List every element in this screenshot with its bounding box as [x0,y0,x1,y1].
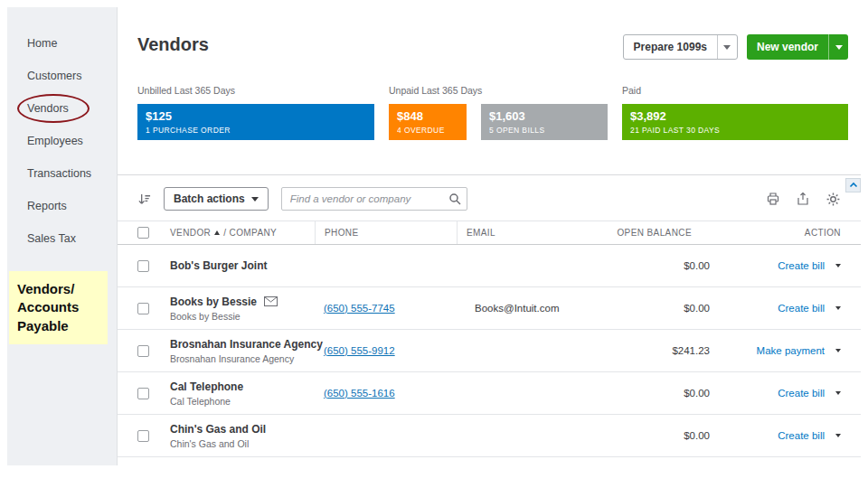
column-header-phone: PHONE [315,221,466,244]
vendor-name: Chin's Gas and Oil [170,423,266,436]
row-checkbox[interactable] [137,303,149,314]
action-dropdown-caret-icon[interactable] [835,264,841,267]
money-group-paid: Paid $3,892 21 PAID LAST 30 DAYS [622,85,848,140]
money-card-purchase-orders[interactable]: $125 1 PURCHASE ORDER [137,104,374,140]
sidebar-item-home[interactable]: Home [7,27,117,60]
money-group-unpaid: Unpaid Last 365 Days $848 4 OVERDUE $1,6… [389,85,608,140]
vendor-table-card: Batch actions [118,174,861,457]
table-row[interactable]: Brosnahan Insurance Agency Brosnahan Ins… [118,330,861,372]
envelope-icon[interactable] [264,296,278,306]
money-group-unbilled: Unbilled Last 365 Days $125 1 PURCHASE O… [137,85,374,140]
search-input[interactable] [281,187,467,211]
open-balance: $0.00 [619,303,710,314]
main-content: Vendors Prepare 1099s New vendor Unbille… [118,7,861,465]
prepare-1099s-button[interactable]: Prepare 1099s [623,34,738,60]
table-row[interactable]: Cal Telephone Cal Telephone (650) 555-16… [118,372,861,415]
action-dropdown-caret-icon[interactable] [835,306,841,310]
row-checkbox[interactable] [137,345,149,357]
phone-link[interactable]: (650) 555-7745 [324,303,395,314]
create-bill-link[interactable]: Create bill [778,388,825,399]
table-row[interactable]: Chin's Gas and Oil Chin's Gas and Oil $0… [118,415,861,457]
money-label-paid: Paid [622,85,848,96]
action-dropdown-caret-icon[interactable] [835,434,841,437]
action-dropdown-caret-icon[interactable] [835,349,841,352]
table-row[interactable]: Bob's Burger Joint $0.00 Create bill [118,245,861,287]
vendor-name: Books by Bessie [170,296,257,308]
vendor-company: Books by Bessie [170,311,241,322]
vendor-search [281,187,467,211]
collapse-money-bar-button[interactable] [845,178,861,192]
new-vendor-dropdown-caret-icon[interactable] [828,34,848,60]
sidebar: Home Customers Vendors Employees Transac… [7,7,118,465]
money-card-overdue[interactable]: $848 4 OVERDUE [389,104,467,140]
money-label-unpaid: Unpaid Last 365 Days [389,85,608,96]
money-bar: Unbilled Last 365 Days $125 1 PURCHASE O… [118,80,861,140]
create-bill-link[interactable]: Create bill [778,430,825,441]
new-vendor-button[interactable]: New vendor [747,34,848,60]
sidebar-item-customers[interactable]: Customers [7,60,117,92]
money-label-unbilled: Unbilled Last 365 Days [137,85,374,96]
vendor-name: Brosnahan Insurance Agency [170,338,323,351]
open-balance: $241.23 [619,345,710,356]
action-dropdown-caret-icon[interactable] [835,391,841,395]
open-balance: $0.00 [619,260,710,271]
sidebar-item-reports[interactable]: Reports [7,190,117,222]
column-header-vendor[interactable]: VENDOR / COMPANY [170,221,324,244]
batch-actions-caret-icon [251,197,259,202]
batch-actions-button[interactable]: Batch actions [164,187,269,211]
create-bill-link[interactable]: Create bill [778,303,825,314]
yellow-note-vendors-accounts-payable: Vendors/ Accounts Payable [9,271,108,344]
table-header-row: VENDOR / COMPANY PHONE EMAIL OPEN BALANC… [118,221,861,245]
phone-link[interactable]: (650) 555-1616 [324,388,395,399]
vendor-company: Cal Telephone [170,396,231,407]
table-settings-icons [766,192,848,207]
chevron-up-icon [849,182,858,189]
vendor-name: Cal Telephone [170,380,243,393]
row-checkbox[interactable] [137,388,149,399]
export-icon[interactable] [796,192,810,206]
gear-icon[interactable] [826,192,841,207]
sidebar-item-vendors[interactable]: Vendors [7,92,117,125]
create-bill-link[interactable]: Create bill [778,260,825,271]
money-card-paid[interactable]: $3,892 21 PAID LAST 30 DAYS [622,104,848,140]
vendor-email: Books@Intuit.com [475,303,560,314]
page-header: Vendors Prepare 1099s New vendor [118,7,861,80]
table-toolbar: Batch actions [118,175,861,221]
phone-link[interactable]: (650) 555-9912 [324,345,395,356]
row-checkbox[interactable] [137,260,149,272]
select-all-checkbox[interactable] [137,227,149,239]
quickbooks-vendors-screen: Home Customers Vendors Employees Transac… [7,7,861,465]
column-header-open-balance: OPEN BALANCE [601,221,692,244]
sidebar-item-sales-tax[interactable]: Sales Tax [7,222,117,255]
prepare-1099s-dropdown-caret-icon[interactable] [717,35,737,59]
make-payment-link[interactable]: Make payment [757,345,825,356]
vendor-company: Brosnahan Insurance Agency [170,353,294,364]
sidebar-item-employees[interactable]: Employees [7,125,117,157]
table-row[interactable]: Books by Bessie Books by Bessie (650) 55… [118,287,861,330]
row-checkbox[interactable] [137,430,149,442]
print-icon[interactable] [766,192,780,206]
open-balance: $0.00 [619,388,710,399]
open-balance: $0.00 [619,430,710,441]
search-icon[interactable] [448,192,461,205]
sort-icon[interactable] [137,192,151,206]
vendor-name: Bob's Burger Joint [170,259,268,272]
header-buttons: Prepare 1099s New vendor [623,34,848,60]
sort-ascending-icon [214,230,220,235]
money-card-open-bills[interactable]: $1,603 5 OPEN BILLS [481,104,608,140]
vendor-company: Chin's Gas and Oil [170,438,249,449]
column-header-action: ACTION [692,221,841,244]
column-header-email: EMAIL [457,221,601,244]
sidebar-item-transactions[interactable]: Transactions [7,157,117,190]
